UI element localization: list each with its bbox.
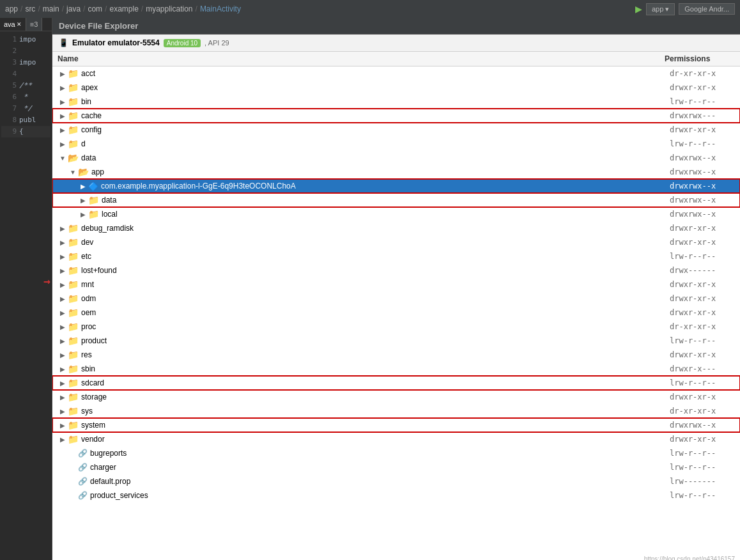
expand-arrow-storage[interactable]: ▶ [58, 394, 68, 401]
expand-arrow-debug-ramdisk[interactable]: ▶ [58, 225, 68, 232]
expand-arrow-local[interactable]: ▶ [78, 211, 88, 218]
tree-row-charger[interactable]: 🔗 charger lrw-r--r-- [52, 460, 740, 474]
row-name-odm: odm [81, 294, 96, 303]
tree-row-mnt[interactable]: ▶ 📁 mnt drwxr-xr-x [52, 277, 740, 292]
tree-row-default-prop[interactable]: 🔗 default.prop lrw------- [52, 474, 740, 488]
perms-app: drwxrwx--x [670, 167, 740, 176]
tree-row-res[interactable]: ▶ 📁 res drwxr-xr-x [52, 348, 740, 362]
expand-arrow-acct[interactable]: ▶ [58, 70, 68, 77]
code-line-3: 3impo [1, 57, 50, 68]
tree-row-proc[interactable]: ▶ 📁 proc dr-xr-xr-x [52, 320, 740, 334]
breadcrumb-java[interactable]: java [66, 4, 81, 13]
breadcrumb-main[interactable]: main [43, 4, 59, 13]
tree-row-sdcard[interactable]: ▶ 📁 sdcard lrw-r--r-- [52, 376, 740, 390]
tree-row-data[interactable]: ▼ 📂 data drwxrwx--x [52, 151, 740, 165]
row-name-data2: data [102, 196, 116, 205]
app-dropdown-button[interactable]: app ▾ [646, 3, 675, 15]
tree-row-oem[interactable]: ▶ 📁 oem drwxr-xr-x [52, 306, 740, 320]
tree-row-bugreports[interactable]: 🔗 bugreports lrw-r--r-- [52, 446, 740, 460]
breadcrumb-app[interactable]: app [5, 4, 18, 13]
perms-bugreports: lrw-r--r-- [670, 449, 740, 458]
tree-row-debug-ramdisk[interactable]: ▶ 📁 debug_ramdisk drwxr-xr-x [52, 221, 740, 235]
tree-row-acct[interactable]: ▶ 📁 acct dr-xr-xr-x [52, 66, 740, 81]
close-icon[interactable]: ✕ [17, 21, 22, 27]
row-name-local: local [102, 210, 118, 219]
row-name-bugreports: bugreports [90, 449, 127, 458]
perms-vendor: drwxr-xr-x [670, 435, 740, 444]
perms-cache: drwxrwx--- [670, 111, 740, 120]
expand-arrow-sdcard[interactable]: ▶ [58, 380, 68, 387]
tree-row-bin[interactable]: ▶ 📁 bin lrw-r--r-- [52, 95, 740, 109]
expand-arrow-system[interactable]: ▶ [58, 422, 68, 429]
breadcrumb-myapplication[interactable]: myapplication [146, 4, 192, 13]
expand-arrow-d[interactable]: ▶ [58, 141, 68, 148]
row-name-system: system [81, 421, 105, 430]
special-icon-myapp: 🔷 [88, 182, 98, 191]
tree-row-product[interactable]: ▶ 📁 product lrw-r--r-- [52, 334, 740, 348]
expand-arrow-vendor[interactable]: ▶ [58, 436, 68, 443]
folder-icon-debug-ramdisk: 📁 [68, 223, 79, 233]
folder-icon-bin: 📁 [68, 97, 79, 107]
row-name-dev: dev [81, 238, 93, 247]
java-tab[interactable]: ava ✕ [0, 18, 26, 31]
tree-row-d[interactable]: ▶ 📁 d lrw-r--r-- [52, 137, 740, 151]
expand-arrow-data[interactable]: ▼ [58, 155, 68, 162]
tree-row-storage[interactable]: ▶ 📁 storage drwxr-xr-x [52, 390, 740, 404]
tree-row-cache[interactable]: ▶ 📁 cache drwxrwx--- [52, 109, 740, 123]
expand-arrow-lost-found[interactable]: ▶ [58, 267, 68, 274]
device-file-explorer-panel: Device File Explorer 📱 Emulator emulator… [52, 18, 740, 560]
expand-arrow-bin[interactable]: ▶ [58, 98, 68, 105]
tree-row-lost-found[interactable]: ▶ 📁 lost+found drwx------ [52, 263, 740, 277]
perms-product-services: lrw-r--r-- [670, 491, 740, 500]
tree-row-config[interactable]: ▶ 📁 config drwxr-xr-x [52, 123, 740, 137]
perms-data2: drwxrwx--x [670, 196, 740, 205]
expand-arrow-myapp[interactable]: ▶ [78, 183, 88, 190]
tree-row-etc[interactable]: ▶ 📁 etc lrw-r--r-- [52, 249, 740, 263]
expand-arrow-config[interactable]: ▶ [58, 127, 68, 134]
tree-row-odm[interactable]: ▶ 📁 odm drwxr-xr-x [52, 292, 740, 306]
tree-row-local[interactable]: ▶ 📁 local drwxrwx--x [52, 207, 740, 221]
expand-arrow-odm[interactable]: ▶ [58, 295, 68, 302]
code-line-1: 1impo [1, 34, 50, 45]
code-line-6: 6 * [1, 91, 50, 103]
expand-arrow-sys[interactable]: ▶ [58, 408, 68, 415]
expand-arrow-mnt[interactable]: ▶ [58, 281, 68, 288]
row-name-res: res [81, 350, 92, 359]
folder-icon-vendor: 📁 [68, 434, 79, 444]
tree-row-apex[interactable]: ▶ 📁 apex drwxr-xr-x [52, 81, 740, 95]
breadcrumb-mainactivity[interactable]: MainActivity [200, 4, 241, 13]
breadcrumb-com[interactable]: com [88, 4, 102, 13]
expand-arrow-res[interactable]: ▶ [58, 352, 68, 359]
expand-arrow-app[interactable]: ▼ [68, 169, 78, 176]
tree-row-sbin[interactable]: ▶ 📁 sbin drwxr-x--- [52, 362, 740, 376]
google-android-button[interactable]: Google Andr... [679, 3, 735, 15]
arrow-indicator: → [43, 274, 50, 288]
expand-arrow-oem[interactable]: ▶ [58, 309, 68, 316]
tree-row-vendor[interactable]: ▶ 📁 vendor drwxr-xr-x [52, 432, 740, 446]
breadcrumb-src[interactable]: src [25, 4, 35, 13]
expand-arrow-cache[interactable]: ▶ [58, 113, 68, 120]
tree-row-dev[interactable]: ▶ 📁 dev drwxr-xr-x [52, 235, 740, 249]
expand-arrow-dev[interactable]: ▶ [58, 239, 68, 246]
folder-icon-data2: 📁 [88, 195, 99, 205]
tree-row-app[interactable]: ▼ 📂 app drwxrwx--x [52, 165, 740, 179]
breadcrumb-example[interactable]: example [109, 4, 138, 13]
folder-icon-sbin: 📁 [68, 364, 79, 374]
permissions-column-header: Permissions [665, 54, 735, 63]
file-tree[interactable]: ▶ 📁 acct dr-xr-xr-x ▶ 📁 apex drwxr-xr-x [52, 66, 740, 560]
tree-row-sys[interactable]: ▶ 📁 sys dr-xr-xr-x [52, 404, 740, 418]
expand-arrow-etc[interactable]: ▶ [58, 253, 68, 260]
column-header-row: Name Permissions [52, 52, 740, 66]
folder-icon-dev: 📁 [68, 237, 79, 247]
file-icon-product-services: 🔗 [78, 491, 88, 500]
expand-arrow-product[interactable]: ▶ [58, 338, 68, 345]
tree-row-product-services[interactable]: 🔗 product_services lrw-r--r-- [52, 488, 740, 502]
tree-row-myapp[interactable]: ▶ 🔷 com.example.myapplication-l-GgE-6q9H… [52, 179, 740, 193]
expand-arrow-sbin[interactable]: ▶ [58, 366, 68, 373]
tree-row-data2[interactable]: ▶ 📁 data drwxrwx--x [52, 193, 740, 207]
tree-row-system[interactable]: ▶ 📁 system drwxrwx--x [52, 418, 740, 432]
expand-arrow-proc[interactable]: ▶ [58, 323, 68, 331]
expand-arrow-apex[interactable]: ▶ [58, 84, 68, 91]
tab-number-3[interactable]: ≡3 [26, 18, 43, 31]
expand-arrow-data2[interactable]: ▶ [78, 197, 88, 204]
